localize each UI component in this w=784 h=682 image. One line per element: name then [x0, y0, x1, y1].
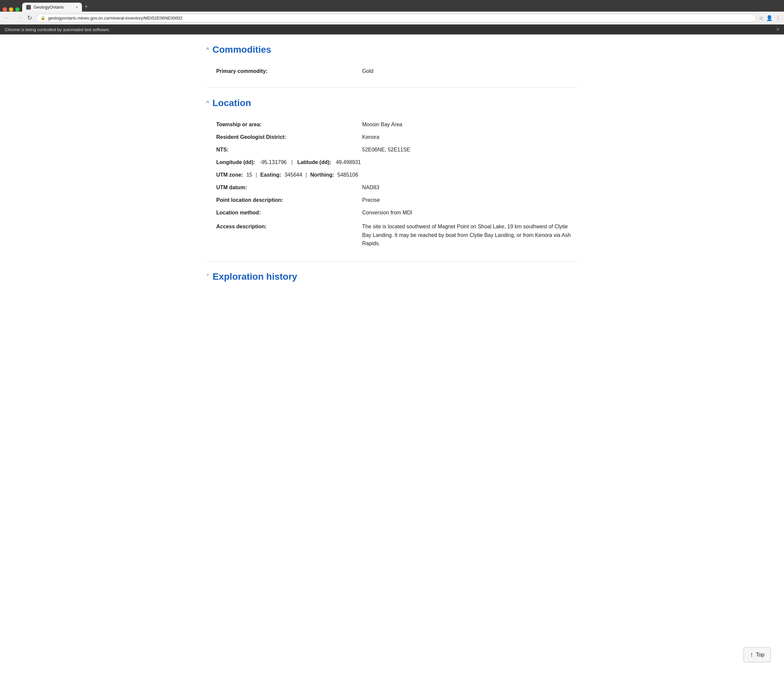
url-text: geologyontario.mines.gov.on.ca/mineral-i… [48, 16, 752, 21]
traffic-light-red[interactable] [3, 7, 7, 11]
tab-favicon [26, 5, 31, 10]
easting-value: 345644 [284, 172, 302, 178]
tab-close-button[interactable]: × [76, 5, 78, 10]
commodities-chevron[interactable]: ^ [206, 46, 209, 53]
longitude-value: -95.131796 [260, 159, 287, 166]
address-bar[interactable]: 🔒 geologyontario.mines.gov.on.ca/mineral… [36, 14, 756, 22]
point-location-label: Point location description: [216, 197, 362, 203]
location-method-row: Location method: Conversion from MDI [216, 206, 578, 219]
browser-toolbar: ← → ↻ 🔒 geologyontario.mines.gov.on.ca/m… [0, 11, 784, 24]
primary-commodity-value: Gold [362, 68, 578, 74]
forward-button[interactable]: → [14, 14, 23, 22]
utm-datum-label: UTM datum: [216, 185, 362, 191]
commodities-fields: Primary commodity: Gold [206, 62, 578, 81]
northing-value: 5485106 [337, 172, 358, 178]
exploration-header: ˅ Exploration history [206, 271, 578, 282]
back-button[interactable]: ← [3, 14, 12, 22]
point-location-value: Precise [362, 197, 578, 203]
utm-row: UTM zone: 15 | Easting: 345644 | Northin… [216, 169, 578, 181]
tab-bar: GeologyOntario × + [0, 0, 784, 11]
township-label: Township or area: [216, 122, 362, 127]
point-location-row: Point location description: Precise [216, 194, 578, 206]
exploration-chevron[interactable]: ˅ [206, 273, 209, 280]
commodities-header: ^ Commodities [206, 45, 578, 55]
utm-zone-label: UTM zone: [216, 172, 243, 178]
primary-commodity-row: Primary commodity: Gold [216, 65, 578, 78]
utm-zone-value: 15 [246, 172, 252, 178]
nts-label: NTS: [216, 147, 362, 153]
lock-icon: 🔒 [40, 16, 45, 20]
resident-geologist-label: Resident Geologist District: [216, 134, 362, 140]
nts-value: 52E06NE, 52E11SE [362, 147, 578, 153]
menu-icon[interactable]: ⋮ [775, 15, 781, 21]
profile-icon[interactable]: 👤 [766, 15, 773, 21]
location-fields: Township or area: Moosin Bay Area Reside… [206, 115, 578, 255]
commodities-section: ^ Commodities Primary commodity: Gold [206, 35, 578, 88]
latitude-value: 49.498931 [336, 159, 361, 166]
utm-datum-row: UTM datum: NAD83 [216, 181, 578, 194]
bookmark-icon[interactable]: ☆ [759, 15, 763, 21]
automation-notice-text: Chrome is being controlled by automated … [5, 27, 110, 32]
active-tab[interactable]: GeologyOntario × [22, 3, 82, 11]
exploration-history-section: ˅ Exploration history [206, 261, 578, 295]
location-method-label: Location method: [216, 210, 362, 216]
refresh-button[interactable]: ↻ [26, 14, 34, 22]
coords-row: Longitude (dd): -95.131796 | Latitude (d… [216, 156, 578, 169]
exploration-title: Exploration history [212, 271, 297, 282]
location-header: ^ Location [206, 98, 578, 108]
primary-commodity-label: Primary commodity: [216, 68, 362, 74]
access-description-value: The site is located southwest of Magnet … [362, 222, 578, 248]
new-tab-button[interactable]: + [85, 3, 88, 11]
utm-sep-2: | [305, 172, 307, 178]
easting-label: Easting: [260, 172, 281, 178]
location-section: ^ Location Township or area: Moosin Bay … [206, 88, 578, 261]
township-row: Township or area: Moosin Bay Area [216, 118, 578, 131]
traffic-light-yellow[interactable] [9, 7, 13, 11]
northing-label: Northing: [310, 172, 334, 178]
resident-geologist-value: Kenora [362, 134, 578, 140]
commodities-title: Commodities [212, 45, 271, 55]
longitude-label: Longitude (dd): [216, 159, 255, 166]
automation-notice-bar: Chrome is being controlled by automated … [0, 24, 784, 35]
latitude-label: Latitude (dd): [297, 159, 331, 166]
coord-separator: | [291, 159, 292, 166]
location-chevron[interactable]: ^ [206, 100, 209, 107]
page-content: ^ Commodities Primary commodity: Gold ^ … [196, 35, 588, 295]
utm-datum-value: NAD83 [362, 185, 578, 191]
utm-sep-1: | [256, 172, 257, 178]
township-value: Moosin Bay Area [362, 122, 578, 127]
traffic-light-green[interactable] [15, 7, 19, 11]
traffic-lights [3, 7, 19, 11]
location-title: Location [212, 98, 251, 108]
resident-geologist-row: Resident Geologist District: Kenora [216, 131, 578, 143]
tab-title: GeologyOntario [34, 5, 72, 10]
browser-chrome: GeologyOntario × + ← → ↻ 🔒 geologyontari… [0, 0, 784, 35]
automation-close-button[interactable]: × [776, 27, 779, 32]
location-method-value: Conversion from MDI [362, 210, 578, 216]
nts-row: NTS: 52E06NE, 52E11SE [216, 143, 578, 156]
access-description-label: Access description: [216, 224, 362, 229]
access-description-row: Access description: The site is located … [216, 219, 578, 251]
